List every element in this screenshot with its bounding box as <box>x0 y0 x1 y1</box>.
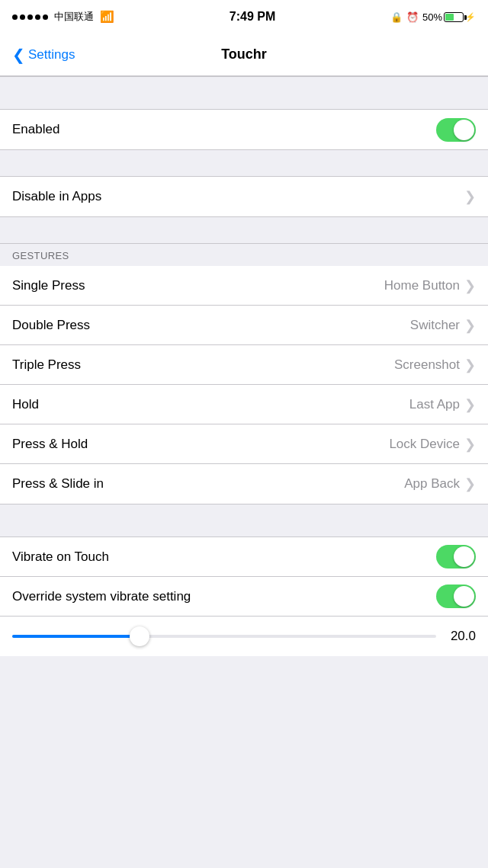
double-press-label: Double Press <box>12 318 90 333</box>
vibrate-on-touch-label: Vibrate on Touch <box>12 549 109 565</box>
triple-press-row[interactable]: Triple Press Screenshot ❯ <box>0 345 488 385</box>
double-press-value: Switcher <box>410 318 460 333</box>
nav-bar: ❮ Settings Touchr <box>0 34 488 76</box>
gap-2 <box>0 216 488 244</box>
vibrate-toggle-knob <box>454 546 474 567</box>
press-slide-value: App Back <box>404 476 460 492</box>
top-gap <box>0 76 488 110</box>
slider-fill <box>12 635 140 638</box>
battery-fill <box>445 14 454 21</box>
double-press-right: Switcher ❯ <box>410 318 476 333</box>
hold-label: Hold <box>12 397 39 412</box>
press-hold-chevron: ❯ <box>464 437 476 451</box>
chevron-right-icon: ❯ <box>464 190 476 203</box>
back-chevron-icon: ❮ <box>12 47 25 62</box>
gestures-list: Single Press Home Button ❯ Double Press … <box>0 266 488 504</box>
double-press-chevron: ❯ <box>464 319 476 332</box>
press-hold-label: Press & Hold <box>12 437 88 452</box>
override-vibrate-toggle[interactable] <box>436 585 476 608</box>
double-press-row[interactable]: Double Press Switcher ❯ <box>0 306 488 345</box>
override-vibrate-row[interactable]: Override system vibrate setting <box>0 577 488 617</box>
triple-press-right: Screenshot ❯ <box>394 357 476 373</box>
disable-in-apps-label: Disable in Apps <box>12 189 101 204</box>
hold-right: Last App ❯ <box>409 397 476 412</box>
triple-press-chevron: ❯ <box>464 358 476 372</box>
battery-icon <box>444 12 464 22</box>
press-slide-label: Press & Slide in <box>12 476 104 492</box>
single-press-value: Home Button <box>384 278 460 293</box>
back-label: Settings <box>28 47 75 62</box>
dot-3 <box>27 14 33 20</box>
status-bar: 中国联通 📶 7:49 PM 🔒 ⏰ 50% ⚡ <box>0 0 488 34</box>
press-slide-right: App Back ❯ <box>404 476 476 492</box>
enabled-label: Enabled <box>12 122 59 137</box>
enabled-toggle[interactable] <box>436 118 476 142</box>
vibrate-on-touch-row[interactable]: Vibrate on Touch <box>0 537 488 577</box>
single-press-row[interactable]: Single Press Home Button ❯ <box>0 266 488 306</box>
battery-percent: 50% <box>422 11 442 23</box>
disable-in-apps-row[interactable]: Disable in Apps ❯ <box>0 177 488 216</box>
vibrate-group: Vibrate on Touch Override system vibrate… <box>0 537 488 656</box>
enabled-group: Enabled <box>0 110 488 149</box>
battery-container: 50% ⚡ <box>422 11 476 23</box>
enabled-row[interactable]: Enabled <box>0 110 488 149</box>
hold-row[interactable]: Hold Last App ❯ <box>0 385 488 424</box>
gestures-section-header: GESTURES <box>0 244 488 266</box>
gap-3 <box>0 504 488 537</box>
triple-press-value: Screenshot <box>394 357 460 373</box>
status-time: 7:49 PM <box>230 10 275 24</box>
hold-value: Last App <box>409 397 460 412</box>
single-press-right: Home Button ❯ <box>384 278 476 293</box>
single-press-chevron: ❯ <box>464 279 476 293</box>
press-hold-row[interactable]: Press & Hold Lock Device ❯ <box>0 424 488 464</box>
status-left: 中国联通 📶 <box>12 10 114 24</box>
override-vibrate-label: Override system vibrate setting <box>12 589 191 604</box>
page-title: Touchr <box>221 46 267 62</box>
press-hold-value: Lock Device <box>389 437 460 452</box>
wifi-icon: 📶 <box>100 10 114 24</box>
press-hold-right: Lock Device ❯ <box>389 437 476 452</box>
dot-4 <box>35 14 40 20</box>
triple-press-label: Triple Press <box>12 357 81 373</box>
dot-5 <box>43 14 48 20</box>
press-slide-row[interactable]: Press & Slide in App Back ❯ <box>0 464 488 504</box>
lock-icon: 🔒 <box>390 11 403 23</box>
toggle-knob <box>454 120 474 140</box>
alarm-icon: ⏰ <box>406 11 419 23</box>
slider-value: 20.0 <box>445 629 476 644</box>
hold-chevron: ❯ <box>464 398 476 412</box>
override-toggle-knob <box>454 586 474 607</box>
disable-apps-group: Disable in Apps ❯ <box>0 177 488 216</box>
dot-2 <box>20 14 25 20</box>
signal-dots <box>12 14 48 20</box>
dot-1 <box>12 14 18 20</box>
press-slide-chevron: ❯ <box>464 477 476 491</box>
back-button[interactable]: ❮ Settings <box>12 47 75 62</box>
slider-row[interactable]: 20.0 <box>0 617 488 656</box>
disable-in-apps-right: ❯ <box>464 190 476 203</box>
slider-track[interactable] <box>12 635 436 638</box>
bolt-icon: ⚡ <box>465 12 476 22</box>
single-press-label: Single Press <box>12 278 85 293</box>
slider-thumb[interactable] <box>130 626 149 646</box>
carrier-label: 中国联通 <box>54 10 94 24</box>
status-right: 🔒 ⏰ 50% ⚡ <box>390 11 476 23</box>
vibrate-on-touch-toggle[interactable] <box>436 545 476 569</box>
gap-1 <box>0 149 488 177</box>
